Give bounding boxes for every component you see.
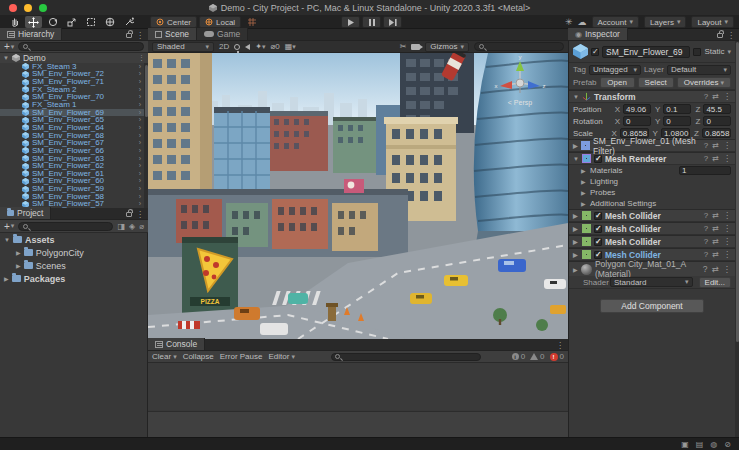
step-button[interactable] bbox=[383, 16, 402, 28]
scene-search-input[interactable] bbox=[474, 42, 564, 51]
project-folder-polygoncity[interactable]: ▶PolygonCity bbox=[0, 246, 147, 259]
mesh-collider-header[interactable]: ▶ Mesh Collider ?⇄⋮ bbox=[569, 235, 735, 248]
mesh-renderer-property-row[interactable]: ▶ Probes bbox=[569, 187, 735, 198]
console-error-pause-toggle[interactable]: Error Pause bbox=[220, 352, 263, 361]
foldout-arrow-icon[interactable]: ▼ bbox=[3, 55, 9, 61]
camera-dropdown-icon[interactable] bbox=[411, 44, 420, 50]
gameobject-name-field[interactable]: SM_Env_Flower_69 bbox=[602, 46, 690, 58]
z-value-field[interactable]: 0.8658 bbox=[702, 128, 731, 138]
x-value-field[interactable]: 0 bbox=[623, 116, 651, 126]
layout-dropdown[interactable]: Layout▾ bbox=[691, 16, 734, 28]
presets-icon[interactable]: ⇄ bbox=[712, 211, 719, 220]
mesh-renderer-property-row[interactable]: ▶ Materials 1 bbox=[569, 165, 735, 176]
tab-inspector[interactable]: ◉Inspector bbox=[568, 28, 628, 40]
scale-tool-button[interactable] bbox=[63, 16, 80, 28]
lock-icon[interactable] bbox=[717, 33, 723, 38]
presets-icon[interactable]: ⇄ bbox=[712, 92, 719, 101]
scene-menu-icon[interactable]: ⋮ bbox=[138, 54, 145, 62]
help-icon[interactable]: ? bbox=[704, 92, 708, 101]
gizmo-axis-x-label[interactable]: x bbox=[495, 83, 498, 89]
active-checkbox[interactable] bbox=[591, 48, 599, 56]
gizmo-persp-label[interactable]: < Persp bbox=[508, 99, 532, 107]
console-warning-filter[interactable]: 0 bbox=[530, 352, 544, 361]
prefab-open-button[interactable]: Open bbox=[600, 77, 635, 88]
2d-toggle[interactable]: 2D bbox=[219, 42, 229, 51]
tab-project[interactable]: Project bbox=[0, 207, 51, 219]
tab-console[interactable]: Console bbox=[148, 338, 205, 350]
z-value-field[interactable]: 45.5 bbox=[703, 104, 731, 114]
material-header[interactable]: ▶ Polygon City_Mat_01_A (Material) ?⇄⋮ bbox=[569, 261, 735, 276]
component-enabled-checkbox[interactable] bbox=[594, 225, 602, 233]
mesh-collider-header[interactable]: ▶ Mesh Collider ?⇄⋮ bbox=[569, 209, 735, 222]
help-icon[interactable]: ? bbox=[704, 237, 708, 246]
prefab-select-button[interactable]: Select bbox=[638, 77, 674, 88]
component-menu-icon[interactable]: ⋮ bbox=[723, 237, 731, 246]
move-tool-button[interactable] bbox=[25, 16, 42, 28]
console-log-list[interactable] bbox=[148, 363, 568, 410]
pause-button[interactable] bbox=[362, 16, 381, 28]
component-menu-icon[interactable]: ⋮ bbox=[723, 224, 731, 233]
collab-sync-icon[interactable]: ◍ bbox=[710, 440, 717, 449]
mesh-filter-header[interactable]: ▶ SM_Env_Flower_01 (Mesh Filter) ?⇄⋮ bbox=[569, 139, 735, 152]
collab-status-icon[interactable]: ✳ bbox=[565, 16, 573, 28]
grid-visibility-dropdown[interactable]: ▦▾ bbox=[285, 42, 296, 51]
mesh-collider-header[interactable]: ▶ Mesh Collider ?⇄⋮ bbox=[569, 222, 735, 235]
help-icon[interactable]: ? bbox=[704, 250, 708, 259]
project-search-input[interactable] bbox=[18, 222, 113, 231]
cloud-icon[interactable]: ☁ bbox=[578, 16, 587, 28]
y-value-field[interactable]: 0.1 bbox=[663, 104, 691, 114]
x-value-field[interactable]: 49.06 bbox=[623, 104, 651, 114]
shader-edit-button[interactable]: Edit... bbox=[699, 277, 731, 288]
component-menu-icon[interactable]: ⋮ bbox=[723, 141, 731, 150]
help-icon[interactable]: ? bbox=[704, 154, 708, 163]
project-folder-scenes[interactable]: ▶Scenes bbox=[0, 259, 147, 272]
transform-component-header[interactable]: ▼ Transform ?⇄⋮ bbox=[569, 90, 735, 103]
rotate-tool-button[interactable] bbox=[44, 16, 61, 28]
project-folder-packages[interactable]: ▶Packages bbox=[0, 272, 147, 285]
console-search-input[interactable] bbox=[331, 353, 481, 361]
z-value-field[interactable]: 0 bbox=[703, 116, 731, 126]
rotation-local-button[interactable]: Local bbox=[199, 16, 241, 28]
hand-tool-button[interactable] bbox=[6, 16, 23, 28]
hierarchy-search-input[interactable] bbox=[18, 42, 144, 51]
layer-dropdown[interactable]: Default▾ bbox=[667, 65, 731, 75]
component-menu-icon[interactable]: ⋮ bbox=[723, 264, 732, 274]
tab-scene[interactable]: Scene bbox=[148, 28, 197, 40]
console-info-filter[interactable]: i0 bbox=[512, 352, 525, 361]
component-enabled-checkbox[interactable] bbox=[594, 212, 602, 220]
hierarchy-scene-row[interactable]: ▼ Demo ⋮ bbox=[0, 53, 148, 63]
search-by-label-icon[interactable]: ◈ bbox=[129, 222, 135, 231]
panel-menu-icon[interactable]: ⋮ bbox=[556, 341, 564, 350]
grid-snap-button[interactable] bbox=[243, 16, 260, 28]
console-error-filter[interactable]: !0 bbox=[550, 352, 564, 361]
panel-menu-icon[interactable]: ⋮ bbox=[136, 210, 144, 219]
scene-viewport[interactable]: PIZZA bbox=[148, 53, 568, 339]
help-icon[interactable]: ? bbox=[704, 224, 708, 233]
create-asset-button[interactable]: +▾ bbox=[4, 221, 14, 232]
console-editor-dropdown[interactable]: Editor▾ bbox=[268, 352, 294, 361]
gizmo-axis-y-label[interactable]: y bbox=[519, 54, 522, 60]
gizmo-axis-z-label[interactable]: z bbox=[543, 83, 546, 89]
transform-tool-button[interactable] bbox=[101, 16, 118, 28]
project-folder-assets[interactable]: ▼Assets bbox=[0, 233, 147, 246]
component-enabled-checkbox[interactable] bbox=[594, 251, 602, 259]
presets-icon[interactable]: ⇄ bbox=[712, 224, 719, 233]
console-clear-button[interactable]: Clear▾ bbox=[152, 352, 177, 361]
scene-audio-toggle-icon[interactable] bbox=[245, 44, 250, 50]
tab-hierarchy[interactable]: Hierarchy bbox=[0, 28, 62, 40]
component-menu-icon[interactable]: ⋮ bbox=[723, 250, 731, 259]
console-collapse-toggle[interactable]: Collapse bbox=[183, 352, 214, 361]
account-dropdown[interactable]: Account▾ bbox=[592, 16, 639, 28]
search-by-type-icon[interactable]: ◨ bbox=[117, 222, 125, 231]
presets-icon[interactable]: ⇄ bbox=[712, 141, 719, 150]
rect-tool-button[interactable] bbox=[82, 16, 99, 28]
effects-dropdown[interactable]: ✦▾ bbox=[255, 42, 265, 51]
tab-game[interactable]: Game bbox=[197, 28, 248, 40]
static-dropdown-arrow[interactable]: ▾ bbox=[727, 48, 731, 56]
auto-generate-lighting-icon[interactable]: ▣ bbox=[681, 440, 689, 449]
tag-dropdown[interactable]: Untagged▾ bbox=[589, 65, 641, 75]
presets-icon[interactable]: ⇄ bbox=[711, 264, 718, 274]
inspector-scrollbar[interactable] bbox=[735, 41, 739, 437]
help-icon[interactable]: ? bbox=[703, 264, 708, 274]
panel-menu-icon[interactable]: ⋮ bbox=[727, 31, 735, 40]
